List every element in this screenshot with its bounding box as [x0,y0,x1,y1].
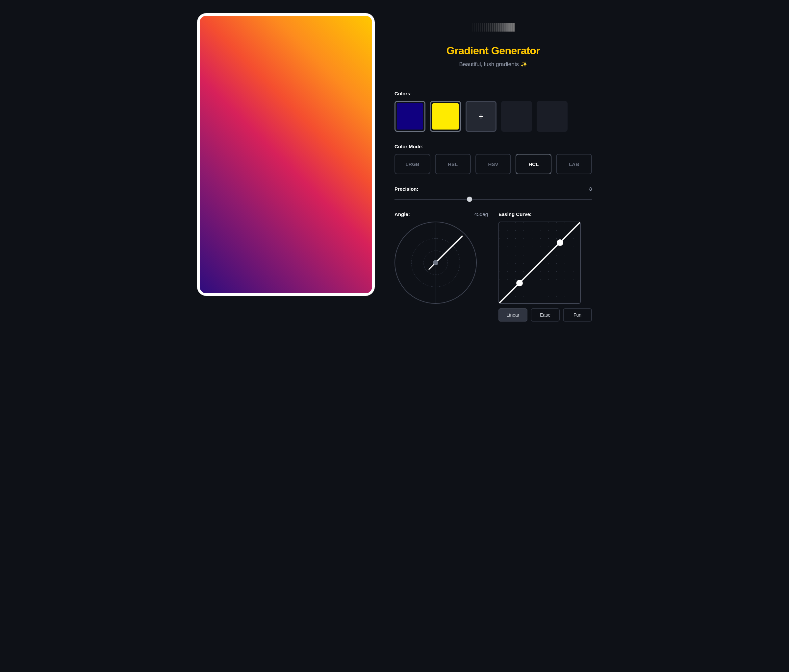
color-mode-lrgb[interactable]: LRGB [394,154,430,174]
colors-label: Colors: [394,91,592,96]
gradient-generator-app: Gradient Generator Beautiful, lush gradi… [197,13,592,322]
decorative-bar [474,23,475,32]
decorative-bar [484,23,485,32]
decorative-bar [482,23,483,32]
bottom-row: Angle: 45deg Easing Curve: [394,212,592,322]
easing-curve-box[interactable] [498,221,581,304]
decorative-bar [500,23,501,32]
color-swatch-fill [397,103,423,129]
precision-slider-thumb[interactable] [467,197,472,202]
angle-value: 45deg [474,212,488,217]
color-swatch-1[interactable] [430,101,461,132]
page-title: Gradient Generator [394,45,592,57]
decorative-bar [492,23,493,32]
color-mode-label: Color Mode: [394,144,592,149]
color-swatches: + [394,101,592,132]
preview-panel [197,13,375,322]
decorative-bar [478,23,479,32]
color-mode-lab[interactable]: LAB [556,154,592,174]
easing-handle-2[interactable] [557,239,563,246]
decorative-bar [513,23,514,32]
easing-label: Easing Curve: [498,212,532,217]
add-color-button[interactable]: + [466,101,497,132]
decorative-bar [476,23,477,32]
angle-center-dot[interactable] [433,260,438,265]
color-mode-buttons: LRGBHSLHSVHCLLAB [394,154,592,174]
color-mode-hsv[interactable]: HSV [476,154,511,174]
easing-label-row: Easing Curve: [498,212,592,217]
decorative-bar [486,23,487,32]
easing-preset-linear[interactable]: Linear [498,308,527,322]
empty-color-swatch [501,101,532,132]
decorative-bar [505,23,507,32]
decorative-bars [394,23,592,32]
precision-value: 8 [589,186,592,192]
decorative-bar [509,23,511,32]
decorative-bar [507,23,509,32]
easing-preset-fun[interactable]: Fun [563,308,592,322]
precision-label: Precision: [394,186,418,192]
decorative-bar [472,23,473,32]
colors-section: Colors: + [394,91,592,132]
decorative-bar [511,23,513,32]
empty-color-swatch [537,101,567,132]
easing-handle-1[interactable] [516,280,523,287]
header: Gradient Generator Beautiful, lush gradi… [394,23,592,68]
decorative-bar [503,23,505,32]
gradient-preview [197,13,375,296]
decorative-bar [497,23,499,32]
color-mode-hsl[interactable]: HSL [435,154,471,174]
color-swatch-0[interactable] [394,101,425,132]
precision-label-row: Precision: 8 [394,186,592,192]
easing-curve-line [499,222,580,303]
precision-slider[interactable] [394,199,592,199]
angle-label: Angle: [394,212,410,217]
precision-section: Precision: 8 [394,186,592,199]
decorative-bar [495,23,497,32]
color-mode-hcl[interactable]: HCL [516,154,551,174]
decorative-bar [488,23,489,32]
angle-label-row: Angle: 45deg [394,212,488,217]
decorative-bar [494,23,495,32]
color-mode-section: Color Mode: LRGBHSLHSVHCLLAB [394,144,592,174]
page-subtitle: Beautiful, lush gradients ✨ [394,61,592,68]
color-swatch-fill [432,103,458,129]
controls-panel: Gradient Generator Beautiful, lush gradi… [394,13,592,322]
decorative-bar [502,23,503,32]
plus-icon: + [478,111,484,122]
angle-wheel[interactable] [394,221,477,304]
easing-section: Easing Curve: LinearEaseFun [498,212,592,322]
decorative-bar [480,23,481,32]
easing-preset-ease[interactable]: Ease [531,308,560,322]
easing-preset-buttons: LinearEaseFun [498,308,592,322]
angle-section: Angle: 45deg [394,212,488,322]
decorative-bar [490,23,491,32]
